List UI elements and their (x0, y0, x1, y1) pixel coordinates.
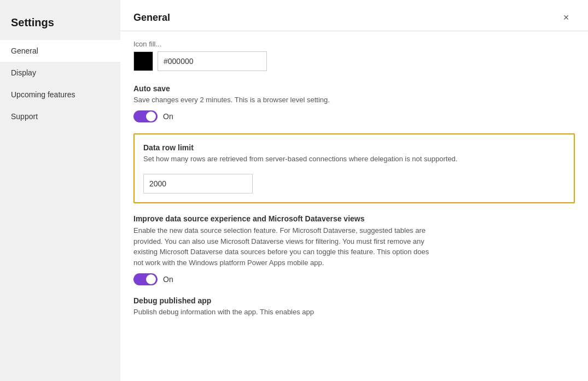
data-row-limit-desc: Set how many rows are retrieved from ser… (143, 154, 565, 164)
data-row-limit-title: Data row limit (143, 143, 565, 152)
sidebar: Settings General Display Upcoming featur… (0, 0, 120, 381)
main-content: Icon fill... Auto save Save changes ever… (120, 31, 588, 381)
main-header: General × (120, 0, 588, 31)
debug-published-block: Debug published app Publish debug inform… (133, 296, 575, 317)
icon-color-label: Icon fill... (133, 40, 575, 48)
close-button[interactable]: × (557, 9, 575, 26)
improve-datasource-toggle-row: On (133, 273, 575, 285)
color-swatch[interactable] (133, 51, 153, 71)
improve-datasource-toggle-label: On (163, 275, 173, 284)
color-row (133, 51, 575, 71)
main-panel: General × Icon fill... Auto save Save ch… (120, 0, 588, 381)
sidebar-item-general[interactable]: General (0, 40, 120, 62)
color-input[interactable] (158, 51, 267, 71)
debug-published-desc: Publish debug information with the app. … (133, 307, 575, 317)
auto-save-toggle-row: On (133, 110, 575, 122)
improve-datasource-block: Improve data source experience and Micro… (133, 214, 575, 285)
improve-datasource-toggle[interactable] (133, 273, 158, 285)
auto-save-title: Auto save (133, 84, 575, 93)
auto-save-desc: Save changes every 2 minutes. This is a … (133, 95, 575, 105)
auto-save-thumb (146, 112, 156, 121)
sidebar-title: Settings (0, 11, 120, 40)
improve-datasource-desc: Enable the new data source selection fea… (133, 225, 440, 268)
debug-published-title: Debug published app (133, 296, 575, 305)
data-row-limit-input[interactable] (143, 174, 253, 194)
improve-datasource-title: Improve data source experience and Micro… (133, 214, 575, 223)
improve-datasource-thumb (146, 274, 156, 284)
page-title: General (133, 12, 170, 24)
auto-save-block: Auto save Save changes every 2 minutes. … (133, 84, 575, 122)
sidebar-item-display[interactable]: Display (0, 62, 120, 84)
icon-color-section: Icon fill... (133, 40, 575, 71)
auto-save-track[interactable] (133, 110, 158, 122)
sidebar-item-upcoming[interactable]: Upcoming features (0, 84, 120, 105)
settings-dialog: Settings General Display Upcoming featur… (0, 0, 588, 381)
sidebar-item-support[interactable]: Support (0, 105, 120, 127)
auto-save-toggle[interactable] (133, 110, 158, 122)
auto-save-toggle-label: On (163, 112, 173, 121)
improve-datasource-track[interactable] (133, 273, 158, 285)
data-row-limit-box: Data row limit Set how many rows are ret… (133, 133, 575, 203)
